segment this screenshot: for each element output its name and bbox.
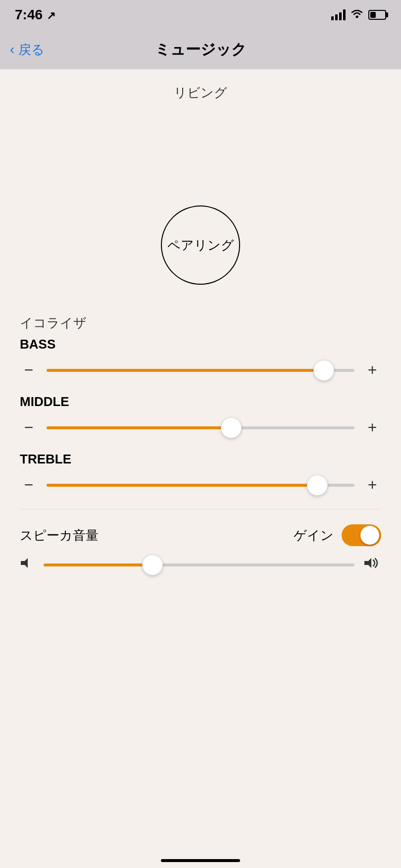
wifi-icon	[351, 8, 363, 21]
location-icon: ↗	[47, 9, 55, 22]
speaker-header: スピーカ音量 ゲイン	[20, 524, 381, 546]
status-icons	[331, 8, 386, 21]
bass-minus-button[interactable]: −	[20, 361, 38, 379]
bass-plus-button[interactable]: +	[363, 361, 381, 379]
treble-section: TREBLE − +	[20, 452, 381, 494]
gain-label: ゲイン	[294, 527, 334, 544]
svg-point-0	[356, 16, 358, 18]
signal-icon	[331, 9, 346, 20]
treble-minus-button[interactable]: −	[20, 476, 38, 494]
svg-marker-1	[21, 558, 28, 568]
bass-section: BASS − +	[20, 337, 381, 379]
bass-slider-row: − +	[20, 361, 381, 379]
pairing-container: ペアリング	[20, 205, 381, 285]
middle-slider[interactable]	[47, 426, 354, 429]
status-bar: 7:46 ↗	[0, 0, 401, 30]
back-button[interactable]: ‹ 戻る	[10, 41, 45, 58]
treble-slider[interactable]	[47, 484, 354, 487]
home-indicator	[161, 859, 240, 862]
bass-label: BASS	[20, 337, 381, 352]
room-title: リビング	[20, 84, 381, 102]
middle-section: MIDDLE − +	[20, 394, 381, 437]
treble-plus-button[interactable]: +	[363, 476, 381, 494]
treble-label: TREBLE	[20, 452, 381, 467]
bass-slider[interactable]	[47, 369, 354, 372]
gain-toggle[interactable]	[342, 524, 381, 546]
middle-label: MIDDLE	[20, 394, 381, 409]
pairing-button[interactable]: ペアリング	[161, 205, 240, 285]
main-content: リビング ペアリング イコライザ BASS − + MIDDLE −	[0, 69, 401, 603]
back-chevron-icon: ‹	[10, 42, 14, 57]
back-label: 戻る	[18, 41, 45, 58]
toggle-knob	[360, 526, 379, 545]
nav-bar: ‹ 戻る ミュージック	[0, 30, 401, 69]
page-title: ミュージック	[155, 40, 247, 60]
volume-high-icon	[363, 556, 381, 573]
volume-slider-row	[20, 556, 381, 573]
treble-slider-row: − +	[20, 476, 381, 494]
status-time: 7:46 ↗	[15, 7, 55, 23]
svg-marker-2	[364, 558, 371, 568]
speaker-volume-label: スピーカ音量	[20, 527, 99, 544]
spacer	[20, 131, 381, 191]
equalizer-label: イコライザ	[20, 314, 381, 332]
divider	[20, 509, 381, 510]
middle-plus-button[interactable]: +	[363, 418, 381, 437]
volume-low-icon	[20, 556, 35, 573]
middle-minus-button[interactable]: −	[20, 418, 38, 437]
middle-slider-row: − +	[20, 418, 381, 437]
volume-slider[interactable]	[44, 563, 354, 566]
gain-row: ゲイン	[294, 524, 381, 546]
battery-icon	[368, 10, 386, 20]
